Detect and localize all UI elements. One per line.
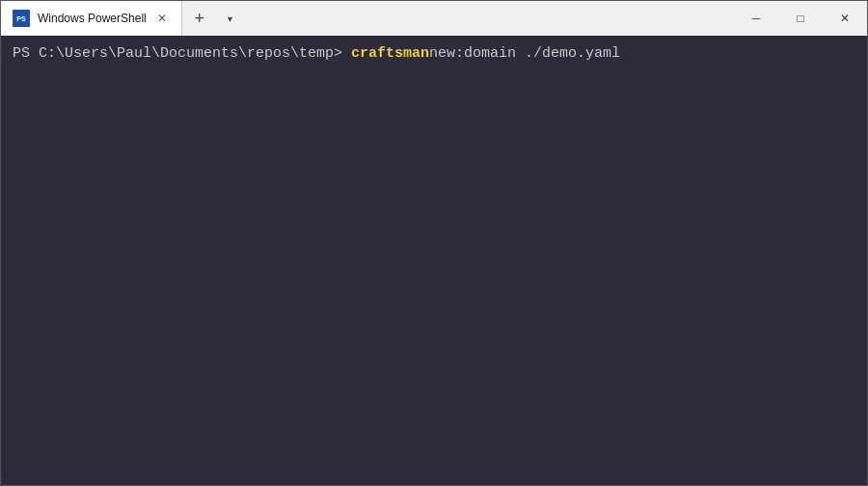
window: PS Windows PowerShell ✕ + ▾ ─ □ ✕ PS C:\… [0,0,868,486]
command-args: new:domain ./demo.yaml [429,43,620,66]
new-tab-button[interactable]: + [182,1,217,36]
command-keyword: craftsman [351,43,429,66]
titlebar: PS Windows PowerShell ✕ + ▾ ─ □ ✕ [1,1,867,36]
minimize-button[interactable]: ─ [734,1,778,36]
command-line: PS C:\Users\Paul\Documents\repos\temp> c… [13,43,855,66]
maximize-button[interactable]: □ [778,1,823,36]
powershell-icon: PS [13,10,30,27]
tab-dropdown-button[interactable]: ▾ [217,1,244,36]
tab-area: PS Windows PowerShell ✕ + ▾ [1,1,734,36]
prompt-text: PS C:\Users\Paul\Documents\repos\temp> [13,43,342,66]
tab-label: Windows PowerShell [38,12,147,25]
tab-close-button[interactable]: ✕ [154,11,170,26]
tab-powershell[interactable]: PS Windows PowerShell ✕ [1,1,182,36]
window-controls: ─ □ ✕ [734,1,867,36]
close-button[interactable]: ✕ [823,1,867,36]
terminal-body[interactable]: PS C:\Users\Paul\Documents\repos\temp> c… [1,36,867,485]
